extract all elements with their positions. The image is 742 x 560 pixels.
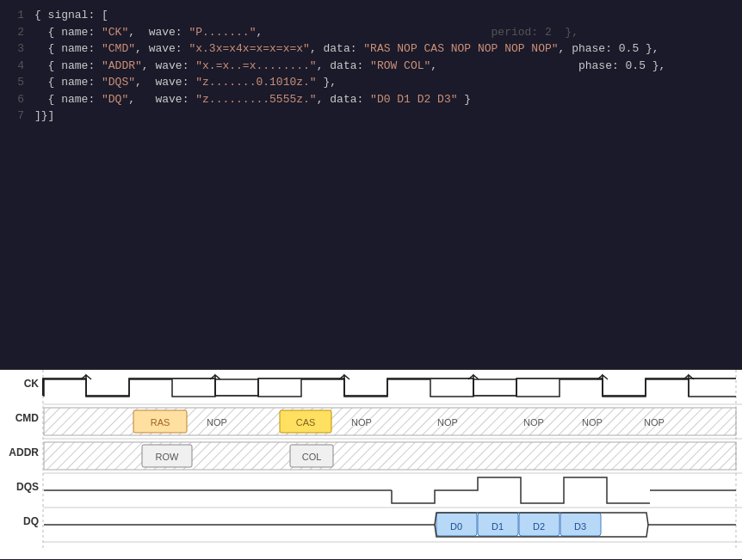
cmd-label-ras: RAS bbox=[151, 417, 170, 428]
dq-label-d0: D0 bbox=[450, 521, 462, 532]
cmd-label-cas: CAS bbox=[296, 417, 316, 428]
code-line-4: 4 { name: "ADDR", wave: "x.=x..=x.......… bbox=[0, 58, 742, 75]
cmd-label: CMD bbox=[15, 412, 40, 424]
cmd-label-nop4: NOP bbox=[523, 417, 544, 428]
code-line-6: 6 { name: "DQ", wave: "z.........5555z."… bbox=[0, 91, 742, 108]
dq-label-d3: D3 bbox=[574, 521, 586, 532]
dq-label-d2: D2 bbox=[533, 521, 545, 532]
code-line-3: 3 { name: "CMD", wave: "x.3x=x4x=x=x=x=x… bbox=[0, 40, 742, 58]
cmd-label-nop1: NOP bbox=[207, 417, 227, 428]
code-editor[interactable]: 1 { signal: [ 2 { name: "CK", wave: "P..… bbox=[0, 0, 742, 370]
waveform-display: CK CMD ADDR DQS DQ bbox=[0, 370, 742, 559]
dq-label: DQ bbox=[23, 515, 39, 527]
cmd-label-nop5: NOP bbox=[582, 417, 603, 428]
cmd-label-nop3: NOP bbox=[437, 417, 458, 428]
dq-label-d1: D1 bbox=[492, 521, 504, 532]
addr-label: ADDR bbox=[9, 446, 39, 458]
cmd-label-nop6: NOP bbox=[644, 417, 665, 428]
code-line-5: 5 { name: "DQS", wave: "z.......0.1010z.… bbox=[0, 74, 742, 91]
addr-label-col: COL bbox=[302, 452, 322, 462]
cmd-label-nop2: NOP bbox=[351, 417, 372, 428]
code-line-2: 2 { name: "CK", wave: "P.......", period… bbox=[0, 24, 742, 41]
ck-label: CK bbox=[24, 378, 40, 390]
code-line-7: 7 ]}] bbox=[0, 108, 742, 125]
dqs-label: DQS bbox=[16, 481, 39, 493]
addr-label-row: ROW bbox=[156, 452, 180, 462]
code-line-1: 1 { signal: [ bbox=[0, 7, 742, 24]
